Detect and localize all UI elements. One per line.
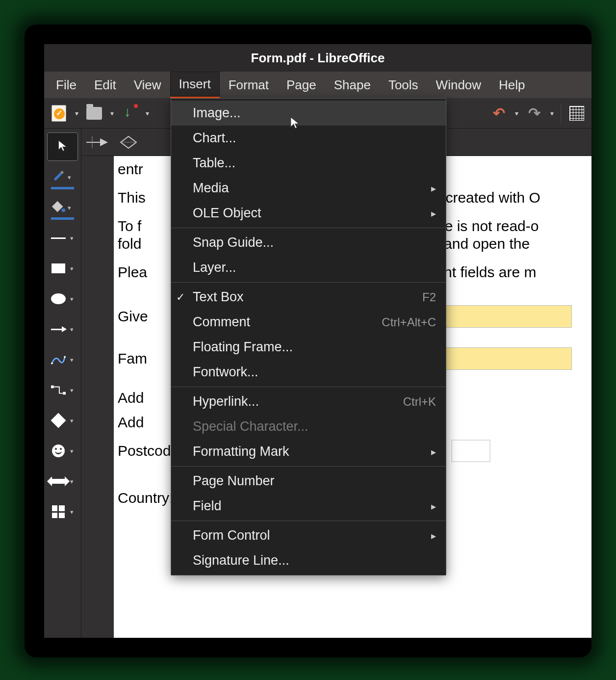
city-input[interactable] (451, 440, 490, 462)
submenu-arrow-icon: ▸ (431, 446, 436, 458)
undo-icon: ↶ (493, 105, 505, 122)
double-arrow-icon (51, 479, 66, 484)
ellipse-tool[interactable]: ▾ (44, 284, 81, 314)
open-button[interactable] (83, 103, 105, 124)
smiley-icon (52, 445, 65, 457)
menu-item-floating-frame[interactable]: Floating Frame... (171, 335, 446, 360)
menu-item-media[interactable]: Media▸ (171, 176, 446, 201)
menu-item-layer[interactable]: Layer... (171, 255, 446, 280)
save-dropdown[interactable]: ▾ (143, 109, 151, 117)
window-frame: Form.pdf - LibreOffice FileEditViewInser… (25, 25, 591, 657)
menu-item-special-character: Special Character... (171, 414, 446, 439)
given-name-input[interactable] (444, 305, 572, 328)
connector-tool[interactable]: ▾ (44, 375, 81, 405)
menu-shortcut: Ctrl+K (403, 395, 436, 409)
connector-icon (49, 380, 68, 400)
menu-item-formatting-mark[interactable]: Formatting Mark▸ (171, 439, 446, 464)
arrow-icon (51, 329, 66, 330)
svg-point-1 (51, 363, 53, 365)
arrow-line-tool[interactable]: ▾ (44, 314, 81, 344)
family-name-input[interactable] (444, 347, 572, 370)
document-icon (51, 105, 66, 122)
new-document-dropdown[interactable]: ▾ (73, 109, 80, 117)
curve-icon (49, 350, 68, 369)
select-tool[interactable] (47, 132, 78, 161)
menu-format[interactable]: Format (220, 72, 278, 98)
open-dropdown[interactable]: ▾ (108, 109, 116, 117)
svg-point-2 (64, 356, 66, 358)
menu-insert[interactable]: Insert (170, 72, 220, 98)
menu-edit[interactable]: Edit (85, 72, 125, 98)
arrow-cursor-icon (56, 139, 69, 154)
undo-dropdown[interactable]: ▾ (513, 109, 520, 117)
chevron-down-icon: ▾ (70, 295, 77, 303)
redo-icon: ↷ (528, 105, 540, 122)
menu-item-label: Form Control (193, 528, 431, 543)
menu-item-comment[interactable]: CommentCtrl+Alt+C (171, 310, 446, 335)
menu-item-snap-guide[interactable]: Snap Guide... (171, 230, 446, 255)
rectangle-tool[interactable]: ▾ (44, 253, 81, 284)
menu-item-label: Media (193, 181, 431, 196)
chevron-down-icon: ▾ (70, 417, 77, 424)
chevron-down-icon: ▾ (68, 204, 75, 211)
menu-view[interactable]: View (125, 72, 170, 98)
basic-shapes-tool[interactable]: ▾ (44, 405, 81, 436)
new-document-button[interactable] (48, 103, 70, 124)
menu-item-page-number[interactable]: Page Number (171, 469, 446, 494)
redo-dropdown[interactable]: ▾ (548, 109, 556, 117)
menu-shape[interactable]: Shape (325, 72, 380, 98)
menu-shortcut: Ctrl+Alt+C (382, 315, 436, 329)
menu-item-label: Field (193, 498, 431, 514)
menu-item-label: Formatting Mark (193, 444, 431, 459)
window-title: Form.pdf - LibreOffice (251, 51, 385, 66)
chevron-down-icon: ▾ (75, 109, 78, 117)
menu-help[interactable]: Help (490, 72, 534, 98)
chevron-down-icon: ▾ (70, 235, 77, 242)
folder-icon (86, 107, 102, 120)
menu-item-form-control[interactable]: Form Control▸ (171, 523, 446, 548)
menu-tools[interactable]: Tools (380, 72, 427, 98)
redo-button[interactable]: ↷ (523, 103, 545, 124)
chevron-down-icon: ▾ (70, 326, 77, 333)
submenu-arrow-icon: ▸ (431, 500, 436, 512)
submenu-arrow-icon: ▸ (431, 208, 436, 219)
fill-color-tool[interactable]: ▾ (44, 192, 81, 223)
save-icon (122, 106, 137, 121)
menu-item-label: Signature Line... (193, 553, 436, 568)
symbol-shapes-tool[interactable]: ▾ (44, 436, 81, 466)
menu-item-label: Text Box (193, 289, 422, 305)
undo-button[interactable]: ↶ (488, 103, 510, 124)
menu-item-signature-line[interactable]: Signature Line... (171, 548, 446, 573)
menu-item-label: Image... (193, 105, 436, 121)
menu-window[interactable]: Window (427, 72, 490, 98)
chevron-down-icon: ▾ (70, 447, 77, 455)
line-tool[interactable]: ▾ (44, 223, 81, 253)
menu-item-chart[interactable]: Chart... (171, 126, 446, 151)
menu-item-label: OLE Object (193, 206, 431, 221)
menu-page[interactable]: Page (278, 72, 325, 98)
menu-item-label: Layer... (193, 260, 436, 275)
menu-item-field[interactable]: Field▸ (171, 494, 446, 519)
menu-item-label: Page Number (193, 473, 436, 489)
grid-button[interactable] (566, 103, 588, 124)
curve-tool[interactable]: ▾ (44, 344, 81, 375)
menu-item-text-box[interactable]: ✓Text BoxF2 (171, 285, 446, 310)
menu-item-table[interactable]: Table... (171, 151, 446, 176)
line-color-tool[interactable]: ▾ (44, 162, 81, 192)
svg-marker-6 (100, 138, 108, 146)
chevron-down-icon: ▾ (146, 109, 149, 117)
insert-menu-dropdown: Image...Chart...Table...Media▸OLE Object… (171, 98, 446, 575)
flowchart-tool[interactable]: ▾ (44, 497, 81, 527)
diamond-icon (51, 413, 66, 428)
menu-item-fontwork[interactable]: Fontwork... (171, 360, 446, 385)
save-button[interactable] (119, 103, 140, 124)
menu-item-hyperlink[interactable]: Hyperlink...Ctrl+K (171, 389, 446, 414)
check-icon: ✓ (176, 291, 185, 304)
menu-item-label: Special Character... (193, 419, 436, 434)
menu-file[interactable]: File (47, 72, 85, 98)
menu-item-image[interactable]: Image... (171, 101, 446, 126)
submenu-arrow-icon: ▸ (431, 183, 436, 194)
menu-item-ole-object[interactable]: OLE Object▸ (171, 201, 446, 226)
block-arrows-tool[interactable]: ▾ (44, 466, 81, 497)
title-bar: Form.pdf - LibreOffice (44, 44, 591, 72)
